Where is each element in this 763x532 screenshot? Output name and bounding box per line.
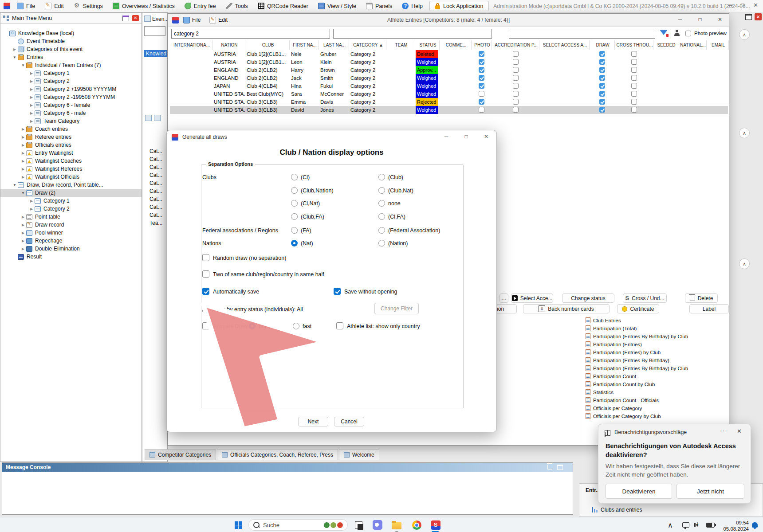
main-close-button[interactable]: ✕ <box>753 2 758 8</box>
photo-preview-checkbox[interactable] <box>685 31 691 36</box>
filter-input-3[interactable] <box>509 29 655 39</box>
radio-animate-normal[interactable] <box>249 323 256 329</box>
tree-expander-icon[interactable]: ▶ <box>28 71 35 75</box>
report-item-participation-entries-by-club[interactable]: Participation (Entries) by Club <box>586 349 661 355</box>
tree-expander-icon[interactable]: ▶ <box>28 119 35 123</box>
table-row[interactable]: ENGLANDClub 2(CLB2)HarryBrownCategory 2A… <box>170 66 728 74</box>
tree-expander-icon[interactable]: ▶ <box>20 247 26 251</box>
radio-cl[interactable] <box>291 174 298 180</box>
tree-item-waitinglist-coaches[interactable]: ▶Waitinglist Coaches <box>0 157 142 165</box>
menu-edit[interactable]: Edit <box>40 0 69 12</box>
column-header-photo[interactable]: PHOTO <box>472 40 492 50</box>
photo-checkbox[interactable] <box>479 91 484 97</box>
not-now-button[interactable]: Jetzt nicht <box>676 484 744 499</box>
report-item-participation-entries-by-birthday-by-club[interactable]: Participation (Entries By Birthday) by C… <box>586 365 688 371</box>
mdi-close-button[interactable]: ✕ <box>755 13 762 20</box>
column-header-draw[interactable]: DRAW <box>590 40 615 50</box>
column-header-internationa[interactable]: INTERNATIONA... <box>170 40 212 50</box>
column-header-status[interactable]: STATUS <box>415 40 440 50</box>
tree-item-officials-entries[interactable]: ▶Officials entries <box>0 141 142 149</box>
column-header-email[interactable]: EMAIL <box>707 40 729 50</box>
delete-button[interactable]: Delete <box>685 293 718 303</box>
label-button[interactable]: Label <box>689 304 729 313</box>
radio-club-fa[interactable] <box>291 213 298 220</box>
accreditation-checkbox[interactable] <box>513 75 519 81</box>
column-header-comme[interactable]: COMME... <box>440 40 472 50</box>
tree-item-entry-waitinglist[interactable]: ▶Entry Waitinglist <box>0 149 142 157</box>
tree-item-waitinglist-officials[interactable]: ▶Waitinglist Officials <box>0 173 142 181</box>
tree-expander-icon[interactable]: ▶ <box>28 199 35 203</box>
radio-nat[interactable] <box>291 240 298 246</box>
accreditation-checkbox[interactable] <box>513 59 519 65</box>
clock[interactable]: 09:54 05.08.2024 <box>719 520 749 532</box>
tree-item-coach-entries[interactable]: ▶Coach entries <box>0 125 142 133</box>
report-item-officials-per-category-by-club[interactable]: Officials per Category by Club <box>586 413 661 419</box>
menu-help[interactable]: Help <box>397 0 428 12</box>
column-header-nation[interactable]: NATION <box>212 40 245 50</box>
photo-checkbox[interactable] <box>479 51 484 57</box>
report-item-officials-per-category[interactable]: Officials per Category <box>586 405 642 411</box>
column-header-club[interactable]: CLUB <box>245 40 290 50</box>
accreditation-checkbox[interactable] <box>513 67 519 73</box>
tree-expander-icon[interactable]: ▶ <box>20 159 26 163</box>
checkbox-save-without-opening[interactable] <box>334 288 341 295</box>
tree-item-point-table[interactable]: ▶Point table <box>0 213 142 221</box>
tree-expander-icon[interactable]: ▶ <box>20 231 26 235</box>
tree-expander-icon[interactable]: ▶ <box>28 95 35 99</box>
tree-expander-icon[interactable]: ▶ <box>20 223 26 227</box>
photo-checkbox[interactable] <box>479 75 484 81</box>
tree-item-event-timetable[interactable]: Event Timetable <box>0 37 142 45</box>
report-item-participation-count-by-club[interactable]: Participation Count by Club <box>586 381 655 387</box>
checkbox-filter-by-entry-status-individuals-all[interactable] <box>202 305 209 313</box>
report-item-statistics[interactable]: Statistics <box>586 389 614 395</box>
tree-item-entries[interactable]: ▼Entries <box>0 53 142 61</box>
checkbox-random-draw-no-separation[interactable] <box>202 254 209 261</box>
menu-settings[interactable]: Settings <box>69 0 108 12</box>
menu-qrcode-reader[interactable]: QRCode Reader <box>253 0 313 12</box>
tree-expander-icon[interactable]: ▶ <box>12 47 18 51</box>
tree-item-draw-2[interactable]: ▼Draw (2) <box>0 189 142 197</box>
menu-tools[interactable]: Tools <box>221 0 253 12</box>
tree-expander-icon[interactable]: ▼ <box>12 183 18 187</box>
radio-club-nat[interactable] <box>378 187 385 194</box>
cross-checkbox[interactable] <box>631 59 637 65</box>
table-row[interactable]: UNITED STA...Best Club(MYC)SaraMcConnerC… <box>170 90 728 98</box>
tree-item-result[interactable]: Result <box>0 253 142 261</box>
menu-panels[interactable]: Panels <box>361 0 397 12</box>
draw-checkbox[interactable] <box>599 99 605 105</box>
athlete-minimize-button[interactable]: ─ <box>674 16 686 23</box>
checkbox-two-of-same-club-region-country-in-same-half[interactable] <box>202 270 209 278</box>
report-item-participation-entries-by-birthday[interactable]: Participation (Entries By Birthday) <box>586 357 669 363</box>
column-header-national[interactable]: NATIONAL... <box>678 40 707 50</box>
certificate-button[interactable]: Certificate <box>617 304 659 313</box>
tree-expander-icon[interactable]: ▶ <box>20 151 26 155</box>
select-acce-button[interactable]: Select Acce... <box>511 293 553 303</box>
radio-club-nation[interactable] <box>291 187 298 194</box>
lock-application-button[interactable]: Lock Application <box>429 1 489 11</box>
draw-checkbox[interactable] <box>599 107 605 113</box>
-button[interactable]: ... <box>499 293 508 303</box>
column-header-select-access-a[interactable]: SELECT ACCESS A... <box>539 40 590 50</box>
dialog-maximize-button[interactable]: □ <box>460 133 473 140</box>
tree-close-button[interactable]: ✕ <box>132 15 139 21</box>
tree-item-pool-winner[interactable]: ▶Pool winner <box>0 229 142 237</box>
draw-checkbox[interactable] <box>599 91 605 97</box>
menu-entry-fee[interactable]: Entry fee <box>180 0 221 12</box>
file-explorer-button[interactable] <box>391 519 402 531</box>
collapse-panel-button[interactable]: ∧ <box>739 258 750 269</box>
draw-checkbox[interactable] <box>599 75 605 81</box>
report-item-participation-count-officials[interactable]: Participation Count - Officials <box>586 397 659 403</box>
athlete-menu-file[interactable]: File <box>179 14 205 26</box>
tree-expander-icon[interactable]: ▶ <box>20 239 26 243</box>
tree-item-individual-team-entries-7[interactable]: ▼Individual / Team Entries (7) <box>0 61 142 69</box>
tab-welcome[interactable]: Welcome <box>339 449 379 460</box>
tray-chevron[interactable]: ∧ <box>668 517 673 532</box>
tree-item-team-category[interactable]: ▶Team Category <box>0 117 142 125</box>
accreditation-checkbox[interactable] <box>513 99 519 105</box>
tree-item-knowledge-base-local[interactable]: Knowledge Base (local) <box>0 29 142 37</box>
console-restore-icon[interactable] <box>557 465 563 470</box>
column-header-last-na[interactable]: LAST NA... <box>319 40 349 50</box>
filter-input-2[interactable] <box>333 29 492 39</box>
photo-checkbox[interactable] <box>479 67 484 73</box>
radio-none[interactable] <box>378 200 385 207</box>
